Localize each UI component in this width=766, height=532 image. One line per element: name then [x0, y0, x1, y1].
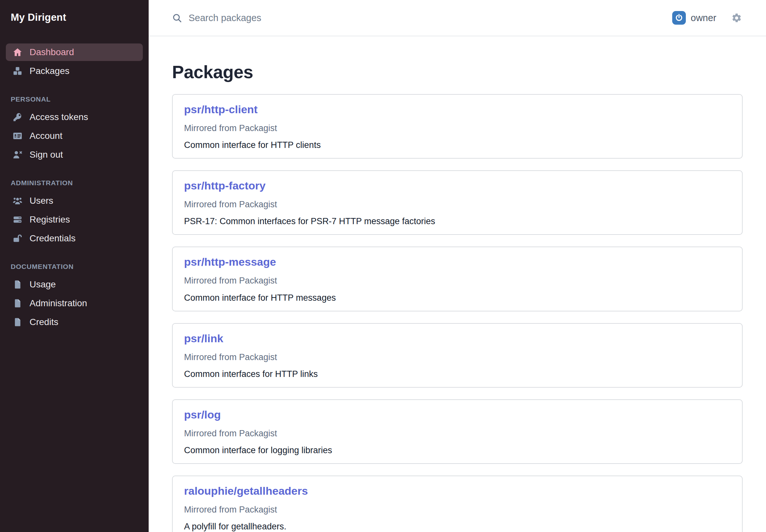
sidebar-nav: Dashboard Packages PERSONAL Access token…	[0, 43, 149, 331]
package-card: psr/http-client Mirrored from Packagist …	[172, 94, 743, 159]
users-icon	[13, 196, 22, 206]
package-link[interactable]: psr/http-message	[184, 256, 276, 268]
package-card: psr/http-message Mirrored from Packagist…	[172, 247, 743, 311]
package-description: Common interface for HTTP clients	[184, 140, 731, 150]
sidebar-item-access-tokens[interactable]: Access tokens	[6, 108, 143, 126]
sidebar-item-label: Sign out	[30, 150, 63, 160]
cubes-icon	[13, 66, 22, 76]
sidebar-item-usage[interactable]: Usage	[6, 276, 143, 293]
sidebar-section-personal: PERSONAL	[11, 95, 138, 103]
sidebar-item-dashboard[interactable]: Dashboard	[6, 43, 143, 61]
app-title: My Dirigent	[11, 12, 138, 23]
package-source: Mirrored from Packagist	[184, 505, 731, 515]
package-source: Mirrored from Packagist	[184, 352, 731, 362]
package-link[interactable]: psr/http-factory	[184, 179, 265, 192]
sidebar-item-sign-out[interactable]: Sign out	[6, 146, 143, 163]
page-title: Packages	[172, 62, 743, 82]
package-description: Common interfaces for HTTP links	[184, 369, 731, 379]
sidebar-item-label: Usage	[30, 279, 56, 290]
sidebar-item-label: Packages	[30, 66, 69, 76]
sidebar: My Dirigent Dashboard Packages PERSONAL	[0, 0, 149, 532]
sidebar-item-credentials[interactable]: Credentials	[6, 230, 143, 247]
package-description: PSR-17: Common interfaces for PSR-7 HTTP…	[184, 216, 731, 226]
file-icon	[13, 298, 22, 308]
sidebar-item-label: Account	[30, 131, 62, 141]
sidebar-item-credits[interactable]: Credits	[6, 313, 143, 331]
sidebar-item-label: Dashboard	[30, 47, 74, 57]
package-link[interactable]: psr/http-client	[184, 103, 258, 116]
sidebar-section-documentation: DOCUMENTATION	[11, 263, 138, 271]
main-content: Packages psr/http-client Mirrored from P…	[149, 36, 766, 532]
user-menu: owner	[672, 11, 742, 25]
gear-icon[interactable]	[731, 13, 742, 23]
sidebar-item-label: Users	[30, 196, 53, 206]
sidebar-item-packages[interactable]: Packages	[6, 62, 143, 80]
file-icon	[13, 280, 22, 289]
package-source: Mirrored from Packagist	[184, 429, 731, 439]
sidebar-item-users[interactable]: Users	[6, 192, 143, 210]
package-source: Mirrored from Packagist	[184, 199, 731, 210]
package-source: Mirrored from Packagist	[184, 123, 731, 133]
sidebar-item-label: Administration	[30, 298, 87, 308]
username: owner	[691, 13, 716, 23]
package-link[interactable]: psr/log	[184, 408, 221, 421]
package-card: psr/http-factory Mirrored from Packagist…	[172, 170, 743, 235]
package-link[interactable]: psr/link	[184, 332, 223, 345]
package-description: A polyfill for getallheaders.	[184, 522, 731, 532]
topbar: owner	[149, 0, 766, 36]
key-icon	[13, 112, 22, 122]
sidebar-item-registries[interactable]: Registries	[6, 211, 143, 228]
server-icon	[13, 215, 22, 224]
search-input[interactable]	[188, 12, 383, 24]
content-column: owner Packages psr/http-client Mirrored …	[149, 0, 766, 532]
sidebar-item-label: Credentials	[30, 233, 76, 244]
user-x-icon	[13, 150, 22, 160]
avatar[interactable]	[672, 11, 686, 25]
package-card: psr/link Mirrored from Packagist Common …	[172, 323, 743, 388]
sidebar-item-account[interactable]: Account	[6, 127, 143, 145]
package-card: ralouphie/getallheaders Mirrored from Pa…	[172, 476, 743, 532]
package-card: psr/log Mirrored from Packagist Common i…	[172, 399, 743, 464]
home-icon	[13, 47, 22, 57]
file-icon	[13, 317, 22, 327]
id-card-icon	[13, 131, 22, 141]
package-description: Common interface for logging libraries	[184, 445, 731, 455]
sidebar-item-label: Registries	[30, 214, 70, 225]
sidebar-item-label: Credits	[30, 317, 58, 327]
package-link[interactable]: ralouphie/getallheaders	[184, 485, 308, 497]
sidebar-item-label: Access tokens	[30, 112, 88, 122]
sidebar-section-administration: ADMINISTRATION	[11, 179, 138, 187]
package-description: Common interface for HTTP messages	[184, 293, 731, 303]
lock-open-icon	[13, 234, 22, 243]
sidebar-item-administration[interactable]: Administration	[6, 295, 143, 312]
package-source: Mirrored from Packagist	[184, 276, 731, 286]
search-icon	[172, 13, 182, 23]
search-bar	[172, 12, 672, 24]
